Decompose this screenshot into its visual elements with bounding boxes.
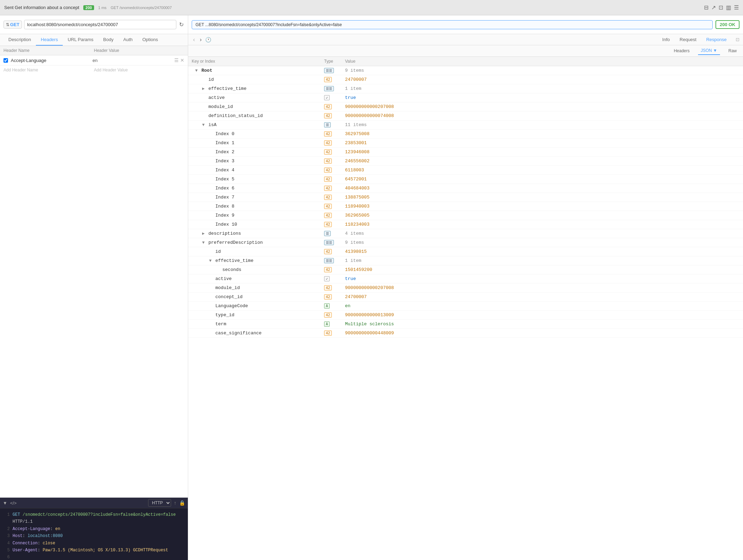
tree-toggle[interactable]: ▼ <box>202 123 207 127</box>
tree-key-cell: Index 0 <box>192 131 324 137</box>
menu-icon[interactable]: ☰ <box>734 4 739 11</box>
type-badge: A <box>324 321 330 327</box>
raw-code-btn[interactable]: </> <box>10 500 17 506</box>
tree-toggle[interactable]: ▼ <box>202 240 207 245</box>
raw-toggle-down[interactable]: ▼ <box>3 500 7 506</box>
tree-toggle[interactable]: ▶ <box>202 231 207 236</box>
tree-type-cell: 42 <box>324 294 345 300</box>
col-header-value: Header Value <box>94 48 185 53</box>
type-badge: 42 <box>324 249 332 254</box>
tree-row: concept_id 42 24700007 <box>188 293 743 302</box>
tree-key-label: definition_status_id <box>208 113 263 118</box>
tree-val-cell: 6118003 <box>345 168 740 173</box>
tree-type-cell: 42 <box>324 204 345 209</box>
type-badge: 42 <box>324 285 332 290</box>
raw-line-3: 3 Host: localhost:8080 <box>4 532 184 539</box>
header-check-0[interactable] <box>3 58 8 63</box>
tree-row: ▼ effective_time ☰☰ 1 item <box>188 256 743 265</box>
tree-row: Index 5 42 64572001 <box>188 175 743 184</box>
tree-key-label: concept_id <box>215 294 243 300</box>
tree-key-label: Index 7 <box>215 195 235 200</box>
tree-key-cell: Index 9 <box>192 213 324 218</box>
tree-row: definition_status_id 42 9000000000000740… <box>188 111 743 120</box>
tab-description[interactable]: Description <box>3 34 36 46</box>
resp-tab-info[interactable]: Info <box>658 36 674 44</box>
export-icon[interactable]: ⊡ <box>719 4 723 11</box>
nav-next[interactable]: › <box>198 36 203 44</box>
type-badge: 42 <box>324 131 332 137</box>
type-badge: ☰ <box>324 122 331 127</box>
tab-body[interactable]: Body <box>98 34 118 46</box>
expand-icon[interactable]: ⊡ <box>736 37 740 42</box>
tree-value: 1501459200 <box>345 267 372 272</box>
tree-key-label: Index 5 <box>215 177 235 182</box>
raw-lock-icon[interactable]: 🔒 <box>179 500 185 506</box>
history-icon[interactable]: 🕐 <box>205 37 211 42</box>
url-bar: ⇅ GET ↻ <box>0 15 188 34</box>
resp-tab-response[interactable]: Response <box>702 36 731 44</box>
method-label: GET <box>10 22 20 27</box>
layout-icon[interactable]: ⊟ <box>704 4 708 11</box>
json-tab-raw[interactable]: Raw <box>726 47 740 55</box>
tree-toggle[interactable]: ▶ <box>202 86 207 91</box>
share-icon[interactable]: ↗ <box>711 4 716 11</box>
tree-value: 362975008 <box>345 131 369 137</box>
tab-url-params[interactable]: URL Params <box>63 34 98 46</box>
type-badge: 42 <box>324 140 332 146</box>
tree-key-cell: Index 1 <box>192 140 324 146</box>
tree-value: 1 item <box>345 86 361 91</box>
tree-val-cell: 118234003 <box>345 222 740 227</box>
tree-row: ▶ descriptions ☰ 4 items <box>188 229 743 238</box>
add-header-name[interactable]: Add Header Name <box>3 68 94 72</box>
tree-key-label: Index 9 <box>215 213 235 218</box>
tree-value: 900000000000448009 <box>345 330 394 336</box>
type-badge: 42 <box>324 222 332 227</box>
url-input[interactable] <box>24 20 176 29</box>
json-tab-json[interactable]: JSON ▼ <box>698 47 720 55</box>
tree-val-cell: 24700007 <box>345 294 740 300</box>
resp-tab-request[interactable]: Request <box>675 36 700 44</box>
tab-auth[interactable]: Auth <box>118 34 138 46</box>
tree-toggle[interactable]: ▼ <box>209 258 214 263</box>
json-dropdown-arrow[interactable]: ▼ <box>713 48 717 53</box>
tree-key-label: effective_time <box>208 86 246 91</box>
nav-prev[interactable]: ‹ <box>192 36 196 44</box>
http-format-select[interactable]: HTTP cURL <box>148 499 171 507</box>
tree-type-cell: 42 <box>324 113 345 118</box>
type-badge: 42 <box>324 312 332 318</box>
tree-key-label: module_id <box>208 104 233 109</box>
tree-val-cell: 11 items <box>345 122 740 127</box>
tree-type-cell: 42 <box>324 104 345 109</box>
tree-key-label: Root <box>201 68 212 73</box>
tree-key-cell: ▼ effective_time <box>192 258 324 263</box>
tree-row: seconds 42 1501459200 <box>188 265 743 274</box>
tree-value: 41398015 <box>345 249 367 254</box>
type-badge: 42 <box>324 186 332 191</box>
split-icon[interactable]: ▥ <box>726 4 731 11</box>
tree-toggle[interactable]: ▼ <box>195 68 200 73</box>
tree-value: true <box>345 276 356 281</box>
header-list-icon[interactable]: ☰ <box>174 57 179 63</box>
tree-key-cell: active <box>192 276 324 281</box>
tab-options[interactable]: Options <box>138 34 163 46</box>
type-badge: ☰☰ <box>324 240 334 245</box>
tree-key-label: active <box>208 95 225 100</box>
raw-toolbar: ▼ </> HTTP cURL ↑ 🔒 <box>0 498 188 508</box>
raw-line-1: 1 GET /snomedct/concepts/24700007?includ… <box>4 511 184 526</box>
add-header-value[interactable]: Add Header Value <box>94 68 185 72</box>
tree-value: 4 items <box>345 231 364 236</box>
tree-val-cell: 404684003 <box>345 186 740 191</box>
tree-row: Index 9 42 362965005 <box>188 211 743 220</box>
tree-value: 362965005 <box>345 213 369 218</box>
tree-key-cell: active <box>192 95 324 100</box>
tree-row: case_significance 42 900000000000448009 <box>188 329 743 338</box>
refresh-button[interactable]: ↻ <box>178 21 184 29</box>
tab-headers[interactable]: Headers <box>36 34 63 46</box>
tree-row: id 42 41398015 <box>188 247 743 256</box>
raw-export-icon[interactable]: ↑ <box>174 500 176 506</box>
json-tab-headers[interactable]: Headers <box>671 47 692 55</box>
method-selector[interactable]: ⇅ GET <box>3 21 22 29</box>
header-delete-icon[interactable]: ✕ <box>180 57 184 63</box>
type-badge: 42 <box>324 158 332 164</box>
type-badge: 42 <box>324 330 332 336</box>
